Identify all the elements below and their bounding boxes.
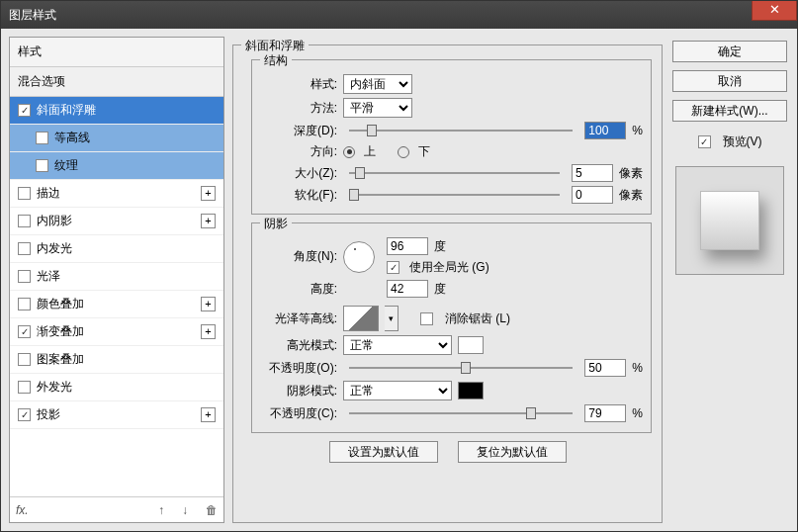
reset-default-button[interactable]: 复位为默认值 <box>458 441 567 463</box>
trash-icon[interactable]: 🗑 <box>206 503 218 517</box>
soften-input[interactable] <box>572 186 613 204</box>
highlight-color-swatch[interactable] <box>458 336 484 354</box>
ok-button[interactable]: 确定 <box>672 41 787 62</box>
size-input[interactable] <box>572 164 613 182</box>
opacity1-input[interactable] <box>584 359 626 377</box>
fx-icon[interactable]: fx. <box>16 503 29 517</box>
soften-unit: 像素 <box>619 187 643 204</box>
title-bar: 图层样式 ✕ <box>1 1 797 29</box>
effect-row-4[interactable]: 内阴影+ <box>10 208 223 235</box>
effect-checkbox[interactable]: ✓ <box>18 104 31 117</box>
cancel-button[interactable]: 取消 <box>672 70 787 92</box>
effect-label: 斜面和浮雕 <box>37 102 96 119</box>
opacity2-input[interactable] <box>584 404 626 422</box>
effect-checkbox[interactable]: ✓ <box>18 325 31 338</box>
preview-checkbox[interactable]: ✓ <box>698 135 711 148</box>
effect-checkbox[interactable] <box>36 132 48 144</box>
gloss-contour-swatch[interactable] <box>343 306 379 331</box>
styles-panel: 样式 混合选项 ✓斜面和浮雕等高线纹理描边+内阴影+内发光光泽颜色叠加+✓渐变叠… <box>9 37 224 523</box>
effect-row-5[interactable]: 内发光 <box>10 235 223 263</box>
add-effect-icon[interactable]: + <box>201 407 216 422</box>
antialias-checkbox[interactable] <box>420 312 433 325</box>
settings-panel: 斜面和浮雕 结构 样式: 内斜面 方法: 平滑 深度(D): <box>232 37 663 523</box>
effect-checkbox[interactable] <box>18 215 31 227</box>
effect-label: 内阴影 <box>37 213 72 229</box>
effect-row-1[interactable]: 等高线 <box>10 125 223 152</box>
soften-label: 软化(F): <box>260 187 337 204</box>
effect-checkbox[interactable]: ✓ <box>18 408 31 421</box>
effect-label: 颜色叠加 <box>37 296 84 312</box>
effect-checkbox[interactable] <box>18 270 31 283</box>
direction-up-radio[interactable] <box>343 146 355 158</box>
effect-row-8[interactable]: ✓渐变叠加+ <box>10 318 223 346</box>
depth-input[interactable] <box>584 122 626 139</box>
highlight-mode-label: 高光模式: <box>260 337 337 354</box>
preview-thumbnail <box>700 191 759 250</box>
method-select[interactable]: 平滑 <box>343 98 412 118</box>
shadow-mode-label: 阴影模式: <box>260 383 337 399</box>
effect-checkbox[interactable] <box>18 187 31 200</box>
preview-label: 预览(V) <box>723 133 762 150</box>
bevel-emboss-group: 斜面和浮雕 结构 样式: 内斜面 方法: 平滑 深度(D): <box>232 44 663 523</box>
effect-row-6[interactable]: 光泽 <box>10 263 223 291</box>
structure-title: 结构 <box>260 52 292 69</box>
add-effect-icon[interactable]: + <box>201 324 216 339</box>
depth-unit: % <box>632 124 643 137</box>
effect-row-11[interactable]: ✓投影+ <box>10 401 223 429</box>
angle-label: 角度(N): <box>260 248 337 265</box>
add-effect-icon[interactable]: + <box>201 186 216 201</box>
blending-options[interactable]: 混合选项 <box>10 67 223 97</box>
effect-row-7[interactable]: 颜色叠加+ <box>10 291 223 318</box>
direction-label: 方向: <box>260 143 337 160</box>
gloss-contour-dropdown[interactable]: ▾ <box>385 306 399 331</box>
preview-box <box>675 166 784 275</box>
styles-header[interactable]: 样式 <box>10 38 223 67</box>
action-panel: 确定 取消 新建样式(W)... ✓ 预览(V) <box>670 37 789 523</box>
depth-label: 深度(D): <box>260 123 337 139</box>
angle-dial[interactable] <box>343 241 375 273</box>
effect-checkbox[interactable] <box>36 159 48 172</box>
effect-row-0[interactable]: ✓斜面和浮雕 <box>10 97 223 125</box>
effect-checkbox[interactable] <box>18 353 31 366</box>
style-select[interactable]: 内斜面 <box>343 74 412 94</box>
effect-checkbox[interactable] <box>18 381 31 394</box>
size-unit: 像素 <box>619 165 643 182</box>
effect-checkbox[interactable] <box>18 242 31 255</box>
effect-label: 描边 <box>37 185 60 202</box>
method-label: 方法: <box>260 100 337 117</box>
add-effect-icon[interactable]: + <box>201 214 216 228</box>
size-slider[interactable] <box>349 165 560 181</box>
style-label: 样式: <box>260 76 337 93</box>
make-default-button[interactable]: 设置为默认值 <box>329 441 438 463</box>
global-light-checkbox[interactable]: ✓ <box>387 261 399 274</box>
effect-row-2[interactable]: 纹理 <box>10 152 223 180</box>
effect-label: 图案叠加 <box>37 351 84 368</box>
effect-checkbox[interactable] <box>18 298 31 310</box>
styles-footer: fx. ↑ ↓ 🗑 <box>10 496 223 522</box>
close-icon: ✕ <box>769 2 780 17</box>
shadow-mode-select[interactable]: 正常 <box>343 381 452 400</box>
effect-list: ✓斜面和浮雕等高线纹理描边+内阴影+内发光光泽颜色叠加+✓渐变叠加+图案叠加外发… <box>10 97 223 496</box>
effect-label: 光泽 <box>37 268 60 285</box>
shadow-color-swatch[interactable] <box>458 382 484 399</box>
effect-label: 内发光 <box>37 240 72 257</box>
effect-row-9[interactable]: 图案叠加 <box>10 346 223 374</box>
soften-slider[interactable] <box>349 187 560 203</box>
move-down-icon[interactable]: ↓ <box>182 503 188 517</box>
close-button[interactable]: ✕ <box>752 1 797 21</box>
add-effect-icon[interactable]: + <box>201 297 216 311</box>
effect-row-10[interactable]: 外发光 <box>10 374 223 401</box>
opacity1-slider[interactable] <box>349 360 573 376</box>
highlight-mode-select[interactable]: 正常 <box>343 335 452 355</box>
window-title: 图层样式 <box>9 7 56 24</box>
opacity2-label: 不透明度(C): <box>260 405 337 422</box>
new-style-button[interactable]: 新建样式(W)... <box>672 100 787 122</box>
altitude-label: 高度: <box>260 281 337 298</box>
move-up-icon[interactable]: ↑ <box>158 503 164 517</box>
angle-input[interactable] <box>387 237 428 255</box>
direction-down-radio[interactable] <box>398 146 409 158</box>
effect-row-3[interactable]: 描边+ <box>10 180 223 208</box>
altitude-input[interactable] <box>387 280 428 298</box>
opacity2-slider[interactable] <box>349 405 573 421</box>
depth-slider[interactable] <box>349 123 573 138</box>
